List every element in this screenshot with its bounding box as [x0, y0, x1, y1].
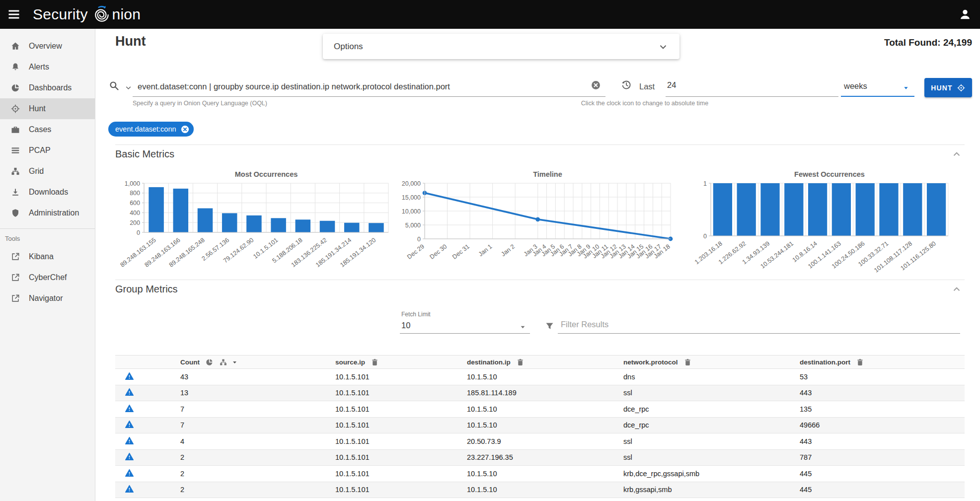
sidebar-item-downloads[interactable]: Downloads [0, 182, 95, 203]
sidebar-item-kibana[interactable]: Kibana [0, 246, 95, 267]
chart-canvas: Timeline05,00010,00015,00020,000Dec 29De… [394, 170, 678, 276]
remove-column-trash-icon[interactable] [516, 358, 525, 366]
filter-chip[interactable]: event.dataset:conn [108, 122, 194, 137]
sidebar-item-hunt[interactable]: Hunt [0, 98, 95, 119]
group-metrics-table: Count source.ip destination.ip network.p… [115, 355, 965, 498]
sidebar-item-navigator[interactable]: Navigator [0, 288, 95, 309]
fetch-limit-dropdown-icon[interactable] [519, 323, 527, 331]
sidebar-item-label: Overview [29, 42, 62, 51]
sidebar-item-administration[interactable]: Administration [0, 203, 95, 223]
relative-time-clock-icon[interactable] [621, 79, 632, 90]
svg-text:10,000: 10,000 [402, 208, 421, 215]
sidebar-item-alerts[interactable]: Alerts [0, 57, 95, 77]
onion-logo-icon [92, 5, 111, 24]
svg-text:Jan 2: Jan 2 [500, 243, 516, 258]
column-header-network.protocol[interactable]: network.protocol [623, 358, 800, 366]
warning-triangle-icon[interactable] [125, 452, 134, 461]
svg-text:1,000: 1,000 [125, 180, 140, 187]
column-label: source.ip [335, 358, 365, 366]
table-row[interactable]: 7 10.1.5.101 10.1.5.10 dce_rpc 49666 [115, 418, 965, 434]
timeline-data-point [535, 217, 540, 221]
count-cell: 4 [180, 437, 335, 445]
destination-port-cell: 135 [800, 405, 965, 413]
remove-column-trash-icon[interactable] [856, 358, 864, 366]
section-divider [115, 144, 965, 145]
duration-input[interactable] [667, 80, 836, 90]
destination-port-cell: 445 [800, 470, 965, 478]
table-row[interactable]: 2 10.1.5.101 23.227.196.35 ssl 787 [115, 450, 965, 466]
units-dropdown-icon[interactable] [902, 84, 910, 92]
clear-query-icon[interactable] [591, 80, 601, 90]
query-history-chevron-icon[interactable] [124, 83, 133, 92]
collapse-basic-metrics-icon[interactable] [951, 149, 962, 160]
warning-triangle-icon[interactable] [125, 404, 134, 413]
column-header-destination.ip[interactable]: destination.ip [467, 358, 623, 366]
fetch-limit-select[interactable]: 10 [401, 321, 410, 330]
source-ip-cell: 10.1.5.101 [335, 405, 467, 413]
table-row[interactable]: 4 10.1.5.101 20.50.73.9 ssl 443 [115, 433, 965, 450]
hunt-target-icon [957, 83, 966, 92]
sidebar-item-grid[interactable]: Grid [0, 161, 95, 182]
destination-ip-cell: 10.1.5.10 [467, 421, 623, 429]
row-toggle-cell [115, 404, 180, 415]
chart-canvas: Most Occurrences02004006008001,00089.248… [115, 170, 401, 276]
bar-101.116.125.80 [927, 183, 946, 236]
count-cell: 7 [180, 405, 335, 413]
options-dropdown[interactable]: Options [323, 34, 679, 59]
query-input[interactable] [138, 80, 587, 93]
filter-results-input[interactable] [561, 320, 958, 329]
hunt-button[interactable]: HUNT [924, 78, 972, 97]
sidebar-item-label: Administration [29, 209, 79, 217]
sidebar-item-overview[interactable]: Overview [0, 36, 95, 57]
warning-triangle-icon[interactable] [125, 371, 134, 381]
column-label: destination.ip [467, 358, 511, 366]
sidebar-item-dashboards[interactable]: Dashboards [0, 77, 95, 98]
remove-filter-icon[interactable] [180, 125, 190, 134]
warning-triangle-icon[interactable] [125, 387, 134, 397]
sidebar-item-label: Grid [29, 167, 44, 176]
menu-icon[interactable] [7, 7, 21, 21]
table-row[interactable]: 7 10.1.5.101 10.1.5.10 dce_rpc 135 [115, 401, 965, 418]
bar-10.1.5.101 [271, 218, 286, 232]
sidebar-item-cyberchef[interactable]: CyberChef [0, 267, 95, 288]
warning-triangle-icon[interactable] [125, 484, 134, 494]
sidebar-divider [0, 228, 95, 229]
remove-column-trash-icon[interactable] [371, 358, 379, 366]
user-account-icon[interactable] [958, 7, 972, 21]
column-header-count[interactable]: Count [180, 358, 335, 366]
row-toggle-cell [115, 387, 180, 398]
collapse-group-metrics-icon[interactable] [951, 284, 962, 295]
column-label: destination.port [800, 358, 850, 366]
destination-ip-cell: 23.227.196.35 [467, 453, 623, 461]
destination-ip-cell: 10.1.5.10 [467, 470, 623, 478]
svg-text:Jan 1: Jan 1 [477, 243, 494, 258]
warning-triangle-icon[interactable] [125, 468, 134, 478]
warning-triangle-icon[interactable] [125, 420, 134, 429]
timeline-chart: Timeline05,00010,00015,00020,000Dec 29De… [394, 170, 678, 278]
sidebar-item-pcap[interactable]: PCAP [0, 140, 95, 161]
time-hint: Click the clock icon to change to absolu… [550, 100, 739, 107]
table-row[interactable]: 13 10.1.5.101 185.81.114.189 ssl 443 [115, 385, 965, 402]
svg-text:20,000: 20,000 [402, 180, 421, 187]
sidebar: Overview Alerts Dashboards Hunt Cases PC… [0, 29, 95, 501]
brand-suffix: nion [112, 6, 141, 23]
count-dropdown-icon[interactable] [231, 358, 238, 366]
table-row[interactable]: 43 10.1.5.101 10.1.5.10 dns 53 [115, 369, 965, 385]
crosshair-icon [10, 104, 20, 114]
graph-toggle-icon[interactable] [219, 358, 227, 366]
svg-text:0: 0 [703, 233, 707, 240]
units-select[interactable]: weeks [844, 81, 867, 91]
fetch-limit-label: Fetch Limit [401, 311, 431, 318]
table-row[interactable]: 2 10.1.5.101 10.1.5.10 krb,dce_rpc,gssap… [115, 466, 965, 482]
warning-triangle-icon[interactable] [125, 436, 134, 445]
column-header-destination.port[interactable]: destination.port [800, 358, 965, 366]
remove-column-trash-icon[interactable] [683, 358, 692, 366]
pie-chart-toggle-icon[interactable] [205, 358, 214, 366]
destination-ip-cell: 10.1.5.10 [467, 373, 623, 381]
table-row[interactable]: 2 10.1.5.101 10.1.5.10 krb,gssapi,smb 44… [115, 482, 965, 499]
count-cell: 2 [180, 470, 335, 478]
column-header-source.ip[interactable]: source.ip [335, 358, 467, 366]
bar-1.203.16.18 [713, 183, 732, 236]
sidebar-item-cases[interactable]: Cases [0, 119, 95, 140]
svg-text:400: 400 [130, 210, 140, 216]
